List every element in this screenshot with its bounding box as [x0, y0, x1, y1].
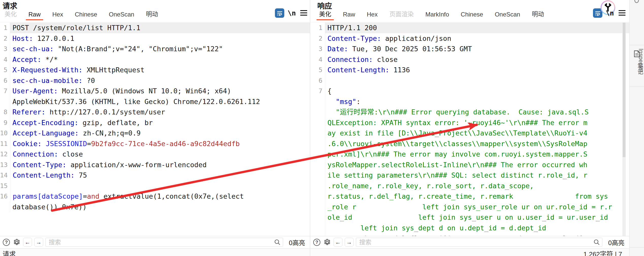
- request-search: [45, 238, 283, 247]
- hamburger-menu-icon[interactable]: [619, 10, 625, 17]
- line-number: 8: [0, 107, 10, 117]
- request-panel: 请求 美化RawHexChineseOneScan明动 \n 1POST: [0, 0, 310, 256]
- rail-tab-notes[interactable]: 笔记: [630, 63, 644, 75]
- settings-gear-icon[interactable]: [323, 238, 331, 246]
- note-icon[interactable]: [634, 50, 640, 58]
- previous-match-button[interactable]: ←: [23, 238, 32, 247]
- line-number: [310, 160, 325, 170]
- hamburger-glyph: [619, 10, 625, 16]
- tab-页面渲染[interactable]: 页面渲染: [387, 9, 416, 20]
- code-text: r.status, r.del_flag, r.create_time, r.r…: [325, 191, 629, 202]
- request-header: 请求 美化RawHexChineseOneScan明动 \n: [0, 0, 310, 22]
- response-highlight-count: 0高亮: [605, 238, 627, 247]
- line-number: 7: [310, 86, 325, 96]
- code-text: Content-Length: 75: [10, 170, 310, 181]
- tab-Chinese[interactable]: Chinese: [458, 11, 486, 20]
- code-line: 9Accept-Encoding: gzip, deflate, br: [0, 117, 310, 128]
- request-editor[interactable]: 1POST /system/role/list HTTP/1.12Host: 1…: [0, 23, 310, 236]
- code-line: 10Accept-Language: zh-CN,zh;q=0.9: [0, 128, 310, 139]
- word-wrap-glyph: [277, 10, 283, 16]
- previous-match-button[interactable]: ←: [334, 238, 342, 247]
- code-line: .6.0\\ruoyi-system\\target\\classes\\map…: [310, 139, 629, 149]
- word-wrap-icon[interactable]: [275, 8, 284, 18]
- code-text: database()),0x7e)): [10, 202, 310, 212]
- tab-美化[interactable]: 美化: [2, 9, 19, 20]
- code-line: 2Host: 127.0.0.1: [0, 33, 310, 44]
- tab-Chinese[interactable]: Chinese: [72, 11, 100, 20]
- settings-gear-icon[interactable]: [13, 238, 21, 246]
- newline-toggle-icon[interactable]: \n: [288, 9, 296, 17]
- rail-tab-inspector[interactable]: Inspector: [630, 22, 644, 98]
- code-line: 1HTTP/1.1 200: [310, 23, 629, 33]
- word-wrap-glyph: [595, 10, 601, 16]
- response-search-toolbar: ? ← → 0高亮: [310, 236, 629, 248]
- tab-美化[interactable]: 美化: [317, 9, 334, 20]
- request-search-toolbar: ? ← → 0高亮: [0, 236, 310, 248]
- line-number: 15: [0, 181, 10, 191]
- gear-glyph: [13, 238, 21, 246]
- code-line: 7{: [310, 86, 629, 96]
- line-number: [310, 223, 325, 233]
- line-number: 5: [310, 65, 325, 75]
- code-text: Date: Tue, 30 Dec 2025 01:56:53 GMT: [325, 44, 629, 54]
- line-number: 11: [0, 139, 10, 149]
- line-number: [310, 139, 325, 149]
- next-match-button[interactable]: →: [34, 238, 43, 247]
- code-text: _role r left join sys_user_role ur on ur…: [325, 202, 629, 212]
- http-packet-viewer: 请求 美化RawHexChineseOneScan明动 \n 1POST: [0, 0, 644, 256]
- next-match-button[interactable]: →: [345, 238, 354, 247]
- response-header: 响应 美化RawHex页面渲染MarkInfoChineseOneScan明动 …: [310, 0, 629, 22]
- line-number: [310, 96, 325, 107]
- code-line: left join sys_dept d on u.dept_id = d.de…: [310, 223, 629, 233]
- tab-MarkInfo[interactable]: MarkInfo: [423, 11, 452, 20]
- tab-明动[interactable]: 明动: [529, 9, 547, 20]
- line-number: 9: [0, 117, 10, 128]
- tab-OneScan[interactable]: OneScan: [492, 11, 523, 20]
- code-line: ole_id left join sys_user u on u.user_id…: [310, 212, 629, 223]
- code-text: Connection: close: [325, 54, 629, 65]
- code-line: ile setting parameters\r\n### SQL: selec…: [310, 170, 629, 181]
- tab-Raw[interactable]: Raw: [26, 11, 43, 20]
- code-text: AppleWebKit/537.36 (KHTML, like Gecko) C…: [10, 96, 310, 107]
- line-number: [310, 233, 325, 236]
- code-text: Referer: http://127.0.0.1/system/user: [10, 107, 310, 117]
- response-editor[interactable]: 1HTTP/1.1 2002Content-Type: application/…: [310, 23, 629, 236]
- tab-Hex[interactable]: Hex: [364, 11, 380, 20]
- code-line: r.status, r.del_flag, r.create_time, r.r…: [310, 191, 629, 202]
- line-number: 2: [0, 33, 10, 44]
- tab-Hex[interactable]: Hex: [50, 11, 66, 20]
- code-text: sec-ch-ua: "Not(A:Brand";v="24", "Chromi…: [10, 44, 310, 54]
- newline-toggle-icon[interactable]: \n: [606, 9, 614, 17]
- hamburger-glyph: [300, 10, 307, 16]
- help-icon[interactable]: ?: [313, 238, 321, 246]
- search-magnifier-icon: [593, 239, 600, 246]
- line-number: 1: [0, 23, 10, 33]
- response-scrollbar-thumb[interactable]: [623, 23, 625, 157]
- code-line: 15: [0, 181, 310, 191]
- line-number: 16: [0, 191, 10, 202]
- line-number: [310, 117, 325, 128]
- search-magnifier-icon: [274, 239, 280, 246]
- code-line: 11Cookie: JSESSIONID=9b2fa9cc-71ce-4a5e-…: [0, 139, 310, 149]
- code-text: params[dataScope]=and extractvalue(1,con…: [10, 191, 310, 202]
- tab-OneScan[interactable]: OneScan: [106, 11, 137, 20]
- response-footer-text: 1,262字符 | 7: [310, 249, 629, 256]
- code-text: [325, 75, 629, 86]
- code-text: Content-Type: application/json: [325, 33, 629, 44]
- tab-Raw[interactable]: Raw: [340, 11, 358, 20]
- help-icon[interactable]: ?: [2, 238, 10, 246]
- line-number: [310, 181, 325, 191]
- response-scrollbar[interactable]: [622, 23, 626, 236]
- request-search-input[interactable]: [45, 238, 283, 247]
- line-number: 1: [310, 23, 325, 33]
- tab-明动[interactable]: 明动: [143, 9, 161, 20]
- code-line: per.xml]\r\n### The error may involve co…: [310, 149, 629, 160]
- code-line: "msg":: [310, 96, 629, 107]
- line-number: 7: [0, 86, 10, 96]
- code-text: Accept-Encoding: gzip, deflate, br: [10, 117, 310, 128]
- code-text: .role_name, r.role_key, r.role_sort, r.d…: [325, 181, 629, 191]
- code-text: ay exist in file [D:\\Java_Project\\Java…: [325, 128, 629, 139]
- hamburger-menu-icon[interactable]: [300, 10, 307, 17]
- code-line: 5X-Requested-With: XMLHttpRequest: [0, 65, 310, 75]
- response-search-input[interactable]: [356, 238, 602, 247]
